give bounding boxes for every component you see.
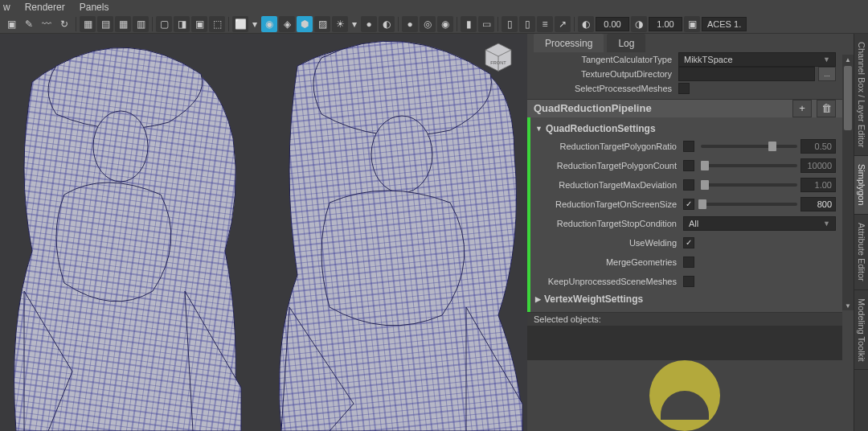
- poly-ratio-checkbox[interactable]: [683, 141, 694, 152]
- scroll-up-icon[interactable]: ▲: [842, 55, 854, 64]
- poly-ratio-slider[interactable]: [701, 141, 797, 152]
- view-cube-label: FRONT: [490, 60, 506, 65]
- max-dev-value[interactable]: 1.00: [800, 178, 836, 192]
- menubar: w Renderer Panels: [0, 0, 868, 14]
- gamma-value[interactable]: 1.00: [649, 17, 682, 31]
- icon-a[interactable]: ▯: [502, 16, 518, 32]
- tab-log[interactable]: Log: [607, 34, 645, 52]
- logo-area: [527, 360, 842, 431]
- use-welding-checkbox[interactable]: [683, 237, 694, 248]
- light-drop-icon[interactable]: ▾: [350, 16, 359, 32]
- viewport[interactable]: FRONT: [0, 34, 527, 431]
- browse-button[interactable]: ...: [818, 67, 836, 81]
- selected-objects-list[interactable]: [527, 326, 842, 360]
- vertex-weight-title: VertexWeightSettings: [544, 293, 643, 305]
- xray-icon[interactable]: ◎: [420, 16, 436, 32]
- pipeline-title: QuadReductionPipeline: [534, 102, 788, 114]
- select-processed-checkbox[interactable]: [678, 83, 690, 94]
- icon-c[interactable]: ≡: [537, 16, 553, 32]
- poly-count-slider[interactable]: [701, 160, 797, 171]
- pipeline-header: QuadReductionPipeline + 🗑: [527, 99, 842, 117]
- view-btn-1-icon[interactable]: ▦: [80, 16, 96, 32]
- icon-b[interactable]: ▯: [519, 16, 535, 32]
- side-tab-channel-box[interactable]: Channel Box / Layer Editor: [854, 34, 868, 156]
- poly-ratio-value[interactable]: 0.50: [800, 139, 836, 154]
- box-icon[interactable]: ⬜: [232, 16, 248, 32]
- tex-mode-icon[interactable]: ▨: [314, 16, 330, 32]
- scrollbar-thumb[interactable]: [844, 66, 852, 130]
- scroll-down-icon[interactable]: ▼: [842, 301, 854, 310]
- main-area: FRONT Processing Log TangentCalculatorTy…: [0, 34, 868, 431]
- menu-panels[interactable]: Panels: [80, 2, 109, 13]
- side-tab-simplygon[interactable]: Simplygon: [854, 156, 868, 214]
- box-drop-icon[interactable]: ▾: [250, 16, 260, 32]
- select-tool-icon[interactable]: ▣: [3, 16, 19, 32]
- section-header-vertex-weight[interactable]: ▶ VertexWeightSettings: [530, 291, 842, 307]
- shadow-icon[interactable]: ●: [361, 16, 377, 32]
- view-btn-2-icon[interactable]: ▤: [97, 16, 113, 32]
- pane-4-icon[interactable]: ⬚: [209, 16, 225, 32]
- exposure-value[interactable]: 0.00: [596, 17, 629, 31]
- triangle-down-icon: ▼: [535, 125, 542, 133]
- label-max-dev: ReductionTargetMaxDeviation: [530, 180, 683, 190]
- screen-size-slider[interactable]: [701, 199, 797, 210]
- ao-icon[interactable]: ◐: [379, 16, 395, 32]
- color-mgmt-combo[interactable]: ACES 1.: [702, 17, 747, 31]
- pane-3-icon[interactable]: ▣: [191, 16, 207, 32]
- iso-icon[interactable]: ●: [402, 16, 418, 32]
- side-tab-modeling-toolkit[interactable]: Modeling Toolkit: [854, 290, 868, 371]
- cm-icon[interactable]: ▣: [684, 16, 700, 32]
- screen-size-checkbox[interactable]: [683, 199, 694, 210]
- side-tab-bar: Channel Box / Layer Editor Simplygon Att…: [854, 34, 868, 431]
- stop-condition-combo[interactable]: All ▼: [683, 216, 836, 231]
- merge-geometries-checkbox[interactable]: [683, 257, 694, 268]
- poly-count-checkbox[interactable]: [683, 160, 694, 171]
- view-btn-3-icon[interactable]: ▦: [115, 16, 131, 32]
- shade-wire-icon[interactable]: ⬢: [297, 16, 313, 32]
- cam-icon[interactable]: ▮: [461, 16, 477, 32]
- screen-size-value[interactable]: 800: [800, 197, 836, 211]
- panel-tabs: Processing Log: [527, 34, 842, 52]
- menu-renderer[interactable]: Renderer: [25, 2, 65, 13]
- exposure-icon[interactable]: ◐: [578, 16, 594, 32]
- simplygon-logo-icon: [649, 360, 720, 431]
- menu-view[interactable]: w: [3, 2, 10, 13]
- max-dev-slider[interactable]: [701, 179, 797, 191]
- section-header-settings[interactable]: ▼ QuadReductionSettings: [530, 121, 842, 137]
- shade-mode-icon[interactable]: ◉: [261, 16, 277, 32]
- label-select-processed: SelectProcessedMeshes: [527, 84, 678, 93]
- chevron-down-icon: ▼: [823, 220, 830, 228]
- panel-scrollbar[interactable]: ▲ ▼: [842, 55, 854, 310]
- paint-tool-icon[interactable]: 〰: [39, 16, 55, 32]
- max-dev-checkbox[interactable]: [683, 179, 694, 191]
- pane-1-icon[interactable]: ▢: [156, 16, 172, 32]
- label-tangent: TangentCalculatorType: [527, 55, 678, 64]
- gamma-icon[interactable]: ◑: [631, 16, 647, 32]
- keep-unprocessed-checkbox[interactable]: [683, 276, 694, 287]
- wire-mode-icon[interactable]: ◈: [279, 16, 295, 32]
- light-icon[interactable]: ☀: [332, 16, 348, 32]
- pipeline-add-button[interactable]: +: [792, 100, 812, 117]
- chevron-down-icon: ▼: [823, 55, 830, 64]
- triangle-right-icon: ▶: [535, 295, 541, 303]
- pipeline-delete-button[interactable]: 🗑: [817, 100, 836, 117]
- render-icon[interactable]: ◉: [437, 16, 453, 32]
- settings-title: QuadReductionSettings: [546, 123, 656, 134]
- arrow-icon[interactable]: ↗: [555, 16, 571, 32]
- view-btn-4-icon[interactable]: ▥: [133, 16, 149, 32]
- poly-count-value[interactable]: 10000: [800, 158, 836, 173]
- rotate-tool-icon[interactable]: ↻: [56, 16, 72, 32]
- label-keep-unproc: KeepUnprocessedSceneMeshes: [530, 277, 683, 286]
- tab-processing[interactable]: Processing: [534, 34, 604, 52]
- view-cube[interactable]: FRONT: [479, 40, 518, 72]
- film-icon[interactable]: ▭: [478, 16, 494, 32]
- pane-2-icon[interactable]: ◨: [174, 16, 190, 32]
- lasso-tool-icon[interactable]: ✎: [21, 16, 37, 32]
- label-screen-size: ReductionTargetOnScreenSize: [530, 199, 683, 209]
- texture-dir-input[interactable]: [678, 67, 815, 81]
- svg-point-3: [93, 111, 148, 182]
- label-stop-cond: ReductionTargetStopCondition: [530, 219, 683, 228]
- label-use-welding: UseWelding: [530, 238, 683, 248]
- side-tab-attribute-editor[interactable]: Attribute Editor: [854, 215, 868, 290]
- tangent-combo[interactable]: MikkTSpace ▼: [678, 52, 836, 67]
